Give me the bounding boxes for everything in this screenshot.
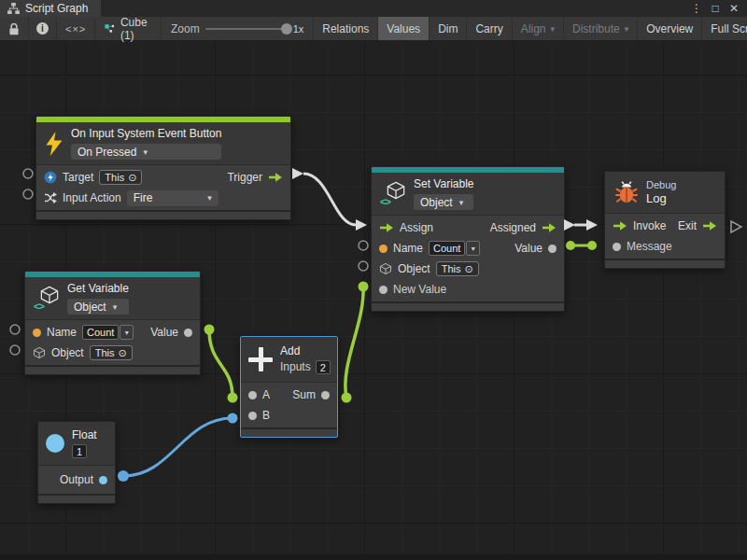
node-title: Add	[280, 344, 331, 358]
node-title: Set Variable	[414, 177, 473, 191]
float-icon	[46, 434, 64, 453]
chevron-down-icon: ▾	[625, 24, 629, 34]
node-set-variable[interactable]: <> Set Variable Object ▾ Assign Assigned…	[371, 166, 565, 312]
port-label: Invoke	[633, 219, 666, 232]
script-graph-window: Script Graph ⋮ □ ✕ i <×> Cube (1) Zoom 1…	[0, 0, 747, 560]
float-value-field[interactable]: 1	[72, 444, 87, 458]
node-on-input-system-event[interactable]: On Input System Event Button On Pressed …	[35, 116, 291, 220]
toolbar-button-fullscreen[interactable]: Full Screen	[702, 17, 747, 40]
port-label: Input Action	[63, 191, 121, 204]
graph-target[interactable]: Cube (1)	[95, 17, 162, 40]
button-label: Values	[387, 22, 420, 35]
a-input-port[interactable]	[248, 391, 257, 399]
toolbar-button-dim[interactable]: Dim	[430, 17, 467, 40]
variable-icon: <>	[380, 181, 406, 207]
node-title: Log	[646, 191, 676, 205]
add-icon	[248, 347, 273, 371]
code-icon: <×>	[65, 23, 86, 35]
b-input-port[interactable]	[248, 412, 257, 420]
zoom-slider-handle[interactable]	[281, 23, 292, 35]
port-label: Exit	[678, 219, 697, 232]
invoke-input-port[interactable]	[613, 220, 627, 231]
menu-icon[interactable]: ⋮	[689, 2, 704, 15]
toolbar-button-distribute[interactable]: Distribute ▾	[564, 17, 638, 40]
port-label: Value	[150, 326, 178, 339]
tab-script-graph[interactable]: Script Graph	[0, 0, 101, 17]
name-input-port[interactable]	[33, 329, 41, 337]
object-chip[interactable]: This ⊙	[90, 345, 133, 360]
trigger-output-port[interactable]	[268, 172, 283, 183]
new-value-input-port[interactable]	[379, 286, 388, 294]
dropdown-value: Object	[74, 301, 106, 314]
assigned-output-port[interactable]	[542, 222, 557, 233]
object-picker-icon: ⊙	[128, 172, 136, 184]
event-mode-dropdown[interactable]: On Pressed ▾	[71, 144, 221, 160]
inputs-count-field[interactable]: 2	[316, 360, 331, 374]
maximize-icon[interactable]: □	[708, 2, 723, 15]
assign-input-port[interactable]	[379, 222, 394, 233]
output-port[interactable]	[99, 476, 107, 484]
node-footer	[38, 494, 115, 503]
inspect-button[interactable]: i	[29, 17, 57, 40]
zoom-control: Zoom 1x	[162, 17, 314, 40]
code-preview-button[interactable]: <×>	[57, 17, 95, 40]
node-get-variable[interactable]: <> Get Variable Object ▾ Name Count ▾ Va…	[24, 271, 201, 375]
node-category: Debug	[646, 179, 676, 191]
bug-icon	[614, 180, 639, 204]
variable-name-combo[interactable]: Count ▾	[82, 325, 134, 340]
input-action-dropdown[interactable]: Fire ▾	[127, 190, 218, 206]
dropdown-value: Fire	[134, 191, 153, 204]
toolbar-button-align[interactable]: Align ▾	[513, 17, 564, 40]
node-debug-log[interactable]: Debug Log Invoke Exit Message	[604, 171, 726, 269]
row-name: Name Count ▾ Value	[25, 322, 200, 343]
variable-name-combo[interactable]: Count ▾	[429, 241, 480, 256]
exit-output-port[interactable]	[702, 220, 717, 231]
object-picker-icon: ⊙	[464, 263, 472, 275]
row-b: B	[241, 405, 337, 426]
port-label: Name	[47, 326, 77, 339]
window-bottom-edge	[0, 554, 747, 560]
chevron-down-icon: ▾	[466, 241, 480, 256]
toolbar-button-relations[interactable]: Relations	[314, 17, 378, 40]
variable-scope-dropdown[interactable]: Object ▾	[67, 299, 129, 315]
button-label: Full Screen	[711, 22, 747, 35]
node-add[interactable]: Add Inputs 2 A Sum B	[240, 336, 338, 438]
value-output-port[interactable]	[184, 329, 192, 337]
chip-value: This	[105, 172, 124, 183]
button-label: Overview	[646, 22, 693, 35]
node-footer	[241, 427, 337, 437]
lock-button[interactable]	[0, 17, 29, 40]
cube-icon	[379, 262, 392, 275]
tab-title: Script Graph	[25, 2, 88, 15]
dropdown-value: Object	[420, 196, 453, 209]
button-label: Distribute	[572, 22, 620, 35]
titlebar: Script Graph ⋮ □ ✕	[0, 0, 747, 17]
button-label: Relations	[322, 22, 369, 35]
sum-output-port[interactable]	[321, 391, 330, 399]
input-system-icon	[44, 171, 57, 184]
toolbar-button-carry[interactable]: Carry	[467, 17, 512, 40]
window-controls: ⋮ □ ✕	[689, 0, 747, 17]
close-icon[interactable]: ✕	[726, 2, 741, 15]
lock-icon	[7, 22, 21, 35]
info-icon: i	[36, 22, 49, 35]
node-footer	[372, 301, 564, 311]
cube-icon	[33, 346, 46, 359]
toolbar-button-values[interactable]: Values	[378, 17, 430, 40]
target-object-chip[interactable]: This ⊙	[99, 170, 142, 185]
node-title: Float	[72, 428, 97, 442]
value-output-port[interactable]	[548, 245, 557, 253]
message-input-port[interactable]	[613, 243, 621, 251]
variable-scope-dropdown[interactable]: Object ▾	[414, 194, 473, 210]
graph-icon	[7, 3, 20, 14]
variable-icon: <>	[34, 286, 60, 312]
node-float-literal[interactable]: Float 1 Output	[37, 421, 116, 504]
port-label: Output	[60, 473, 93, 486]
toolbar-button-overview[interactable]: Overview	[638, 17, 702, 40]
object-chip[interactable]: This ⊙	[436, 261, 479, 276]
zoom-slider[interactable]	[205, 28, 288, 30]
inputs-label: Inputs	[280, 361, 311, 373]
chevron-down-icon: ▾	[120, 325, 134, 340]
name-input-port[interactable]	[379, 245, 388, 253]
node-footer	[25, 365, 200, 374]
